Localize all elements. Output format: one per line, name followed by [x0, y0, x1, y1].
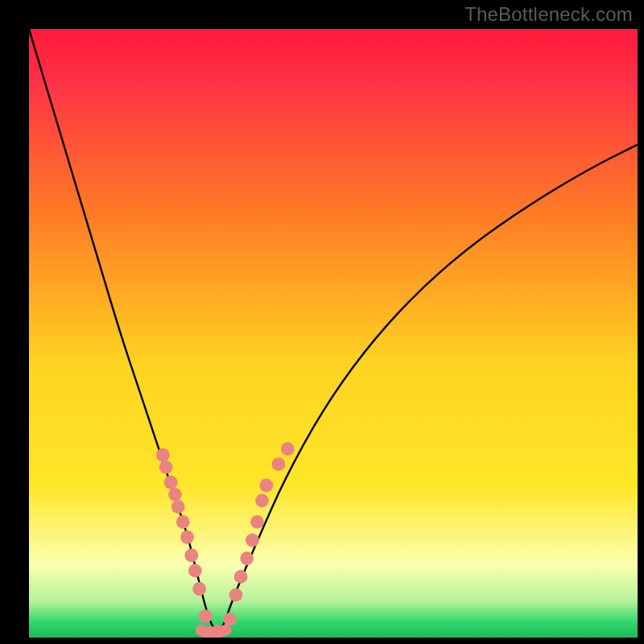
data-point: [281, 442, 295, 456]
plot-area: [29, 29, 638, 638]
data-point: [164, 476, 178, 489]
chart-frame: TheBottleneck.com: [0, 0, 644, 644]
data-point: [240, 551, 254, 565]
data-point: [168, 488, 182, 502]
data-point: [156, 448, 170, 462]
data-point: [246, 534, 259, 547]
data-point: [188, 564, 202, 577]
data-point: [184, 549, 198, 563]
data-point: [229, 588, 243, 602]
watermark-text: TheBottleneck.com: [464, 3, 633, 26]
data-point: [223, 613, 237, 626]
bottleneck-chart: [29, 29, 638, 638]
data-point: [255, 494, 269, 508]
data-point: [176, 515, 190, 529]
data-point: [250, 515, 264, 529]
data-point: [159, 460, 173, 474]
data-point: [199, 609, 213, 623]
data-point: [220, 625, 231, 636]
data-point: [234, 570, 248, 584]
data-point: [272, 457, 286, 471]
data-point: [192, 582, 206, 596]
data-point: [180, 530, 194, 544]
data-point: [171, 500, 185, 514]
data-point: [259, 479, 273, 493]
